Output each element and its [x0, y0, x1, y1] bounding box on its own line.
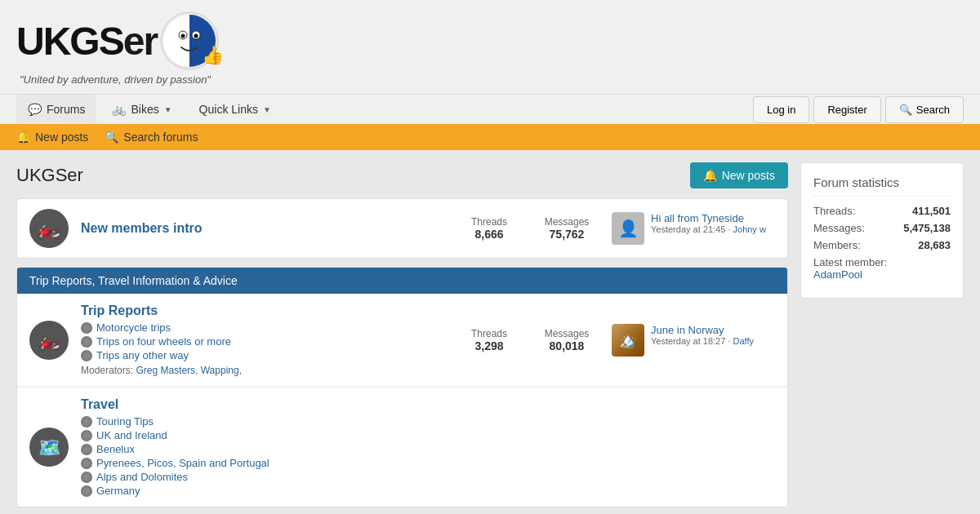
bikes-icon: 🚲	[112, 103, 126, 116]
trip-latest-user[interactable]: Daffy	[733, 336, 754, 346]
search-button[interactable]: 🔍 Search	[885, 96, 964, 123]
other-trips-link[interactable]: Trips any other way	[81, 349, 444, 361]
nav-forums[interactable]: 💬 Forums	[16, 95, 96, 124]
nav-bikes[interactable]: 🚲 Bikes ▼	[100, 95, 183, 124]
uk-ireland-link[interactable]: UK and Ireland	[81, 429, 444, 441]
logo-tagline: "United by adventure, driven by passion"	[20, 73, 222, 86]
page-title-row: UKGSer 🔔 New posts	[16, 162, 788, 188]
nav-bikes-label: Bikes	[131, 103, 158, 116]
login-button[interactable]: Log in	[753, 96, 809, 123]
new-members-messages-value: 75,762	[534, 228, 599, 241]
logo-area: UKGSer 👍 "United	[16, 8, 222, 86]
yellow-bar-new-posts[interactable]: 🔔 New posts	[16, 131, 88, 144]
trip-reports-forum-row: 🏍️ Trip Reports Motorcycle trips Trips o…	[17, 294, 787, 387]
new-posts-icon: 🔔	[16, 131, 30, 144]
touring-tips-link[interactable]: Touring Tips	[81, 415, 444, 428]
latest-member-value[interactable]: AdamPool	[813, 268, 951, 281]
new-members-messages-label: Messages	[534, 216, 599, 228]
logo-mascot: 👍	[157, 8, 222, 73]
new-members-intro-icon: 🏍️	[29, 209, 69, 248]
new-members-intro-box: 🏍️ New members intro Threads 8,666 Messa…	[16, 198, 788, 259]
travel-icon: 🗺️	[29, 428, 69, 467]
forums-icon: 💬	[28, 103, 42, 116]
nav-quick-links[interactable]: Quick Links ▼	[188, 95, 283, 124]
messages-stat-label: Messages:	[813, 222, 865, 234]
pyrenees-link[interactable]: Pyrenees, Picos, Spain and Portugal	[81, 457, 444, 469]
sidebar: Forum statistics Threads: 411,501 Messag…	[800, 162, 964, 510]
travel-forum-row: 🗺️ Travel Touring Tips UK and Ireland	[17, 387, 787, 507]
search-forums-icon: 🔍	[105, 131, 118, 144]
new-members-threads-value: 8,666	[457, 228, 522, 241]
trip-latest-avatar: 🏔️	[612, 324, 644, 357]
logo-text: UKGSer	[16, 19, 157, 64]
new-members-latest-avatar: 👤	[612, 212, 644, 245]
moderators-label: Moderators:	[81, 365, 133, 376]
members-stat-label: Members:	[813, 239, 861, 251]
bikes-dropdown-arrow: ▼	[164, 105, 172, 114]
trip-latest-time: Yesterday at 18:27 · Daffy	[651, 336, 754, 346]
alps-link[interactable]: Alps and Dolomites	[81, 471, 444, 483]
svg-point-4	[194, 34, 198, 38]
new-members-latest-time: Yesterday at 21:45 · Johny w	[651, 224, 766, 234]
new-members-threads-label: Threads	[457, 216, 522, 228]
svg-text:🏍️: 🏍️	[37, 216, 61, 240]
moderator-wapping[interactable]: Wapping	[201, 365, 239, 376]
navbar: 💬 Forums 🚲 Bikes ▼ Quick Links ▼ Log in …	[0, 94, 980, 124]
svg-text:🗺️: 🗺️	[38, 436, 61, 459]
header: UKGSer 👍 "United	[0, 0, 980, 94]
svg-text:🏍️: 🏍️	[38, 330, 61, 352]
messages-stat-value: 5,475,138	[903, 222, 951, 234]
trip-reports-name[interactable]: Trip Reports	[81, 304, 444, 318]
nav-quick-links-label: Quick Links	[199, 103, 258, 116]
svg-text:👍: 👍	[202, 44, 222, 66]
trip-messages-value: 80,018	[534, 339, 599, 352]
germany-link[interactable]: Germany	[81, 485, 444, 497]
yellow-bar-search-forums[interactable]: 🔍 Search forums	[105, 131, 198, 144]
moderator-greg[interactable]: Greg Masters	[136, 365, 195, 376]
trip-reports-header: Trip Reports, Travel Information & Advic…	[17, 268, 787, 294]
nav-forums-label: Forums	[47, 103, 85, 116]
search-icon: 🔍	[899, 104, 912, 116]
new-members-latest-user[interactable]: Johny w	[733, 224, 766, 234]
new-posts-btn-icon: 🔔	[703, 169, 717, 182]
messages-stat-row: Messages: 5,475,138	[813, 222, 951, 234]
page-title: UKGSer	[16, 165, 83, 186]
trip-threads-value: 3,298	[457, 339, 522, 352]
trip-reports-group: Trip Reports, Travel Information & Advic…	[16, 267, 788, 507]
register-button[interactable]: Register	[813, 96, 880, 123]
new-posts-button[interactable]: 🔔 New posts	[690, 162, 788, 188]
four-wheels-link[interactable]: Trips on four wheels or more	[81, 335, 444, 348]
quick-links-dropdown-arrow: ▼	[263, 105, 271, 114]
threads-stat-label: Threads:	[813, 205, 855, 217]
new-members-latest-title[interactable]: Hi all from Tyneside	[651, 212, 766, 224]
new-members-intro-name[interactable]: New members intro	[81, 221, 444, 236]
latest-member-stat-row: Latest member: AdamPool	[813, 256, 951, 281]
members-stat-row: Members: 28,683	[813, 239, 951, 251]
threads-stat-row: Threads: 411,501	[813, 205, 951, 217]
trip-latest-title[interactable]: June in Norway	[651, 324, 754, 336]
trip-messages-label: Messages	[534, 328, 599, 339]
latest-member-label: Latest member:	[813, 256, 951, 268]
forum-statistics-title: Forum statistics	[813, 175, 951, 197]
benelux-link[interactable]: Benelux	[81, 443, 444, 455]
threads-stat-value: 411,501	[912, 205, 951, 217]
travel-name[interactable]: Travel	[81, 397, 444, 412]
motorcycle-trips-link[interactable]: Motorcycle trips	[81, 321, 444, 334]
svg-point-3	[181, 34, 185, 38]
members-stat-value: 28,683	[918, 239, 951, 251]
trip-threads-label: Threads	[457, 328, 522, 339]
trip-reports-icon: 🏍️	[29, 321, 69, 360]
yellow-bar: 🔔 New posts 🔍 Search forums	[0, 124, 980, 150]
